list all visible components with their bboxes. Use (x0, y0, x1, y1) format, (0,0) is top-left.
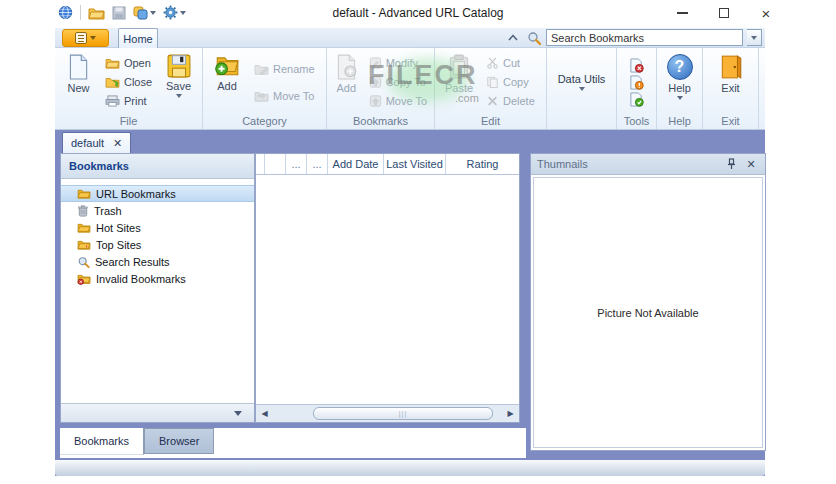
tree-item-label: Invalid Bookmarks (96, 273, 186, 285)
tool-warning-button[interactable] (629, 75, 644, 90)
ribbon: New Open Close Print (55, 48, 765, 130)
column-header-1[interactable] (265, 154, 286, 174)
column-header-2[interactable]: ... (286, 154, 307, 174)
collapse-ribbon-button[interactable] (504, 30, 521, 46)
save-dropdown-caret (176, 94, 182, 98)
group-label-bookmarks: Bookmarks (327, 114, 434, 129)
group-label-exit: Exit (703, 114, 758, 129)
page-red-badge-icon (629, 58, 644, 73)
tab-home[interactable]: Home (118, 28, 158, 48)
save-button[interactable]: Save (157, 50, 200, 114)
minimize-button[interactable] (674, 5, 690, 21)
tool-check-button[interactable] (629, 92, 644, 107)
tree-item-search-results[interactable]: Search Results (61, 253, 254, 270)
copy-to-bookmark-button[interactable]: Copy To (366, 73, 430, 92)
search-dropdown-button[interactable] (747, 29, 762, 46)
tree-item-hot-sites[interactable]: Hot Sites (61, 219, 254, 236)
ribbon-right-cluster (504, 29, 762, 46)
save-label: Save (166, 80, 191, 92)
paste-button[interactable]: Paste (437, 50, 481, 114)
thumbnail-preview: Picture Not Available (533, 177, 763, 448)
open-button[interactable]: Open (102, 54, 155, 73)
search-icon[interactable] (525, 30, 542, 46)
ribbon-group-edit: Paste Cut Copy Delete (435, 48, 547, 129)
group-label-data-utils (547, 114, 616, 129)
folder-icon (77, 188, 91, 199)
minimize-icon (677, 12, 688, 14)
copy-label: Copy (503, 76, 529, 88)
cut-label: Cut (503, 57, 520, 69)
data-utils-caret (579, 87, 585, 91)
open-folder-icon (105, 57, 120, 69)
modify-pencil-icon (369, 57, 382, 69)
modify-bookmark-button[interactable]: Modify (366, 54, 430, 73)
maximize-button[interactable] (716, 5, 732, 21)
print-button[interactable]: Print (102, 92, 155, 111)
tab-browser-label: Browser (159, 435, 199, 447)
thumbnails-header: Thumnails ✕ (531, 154, 765, 175)
document-tab-default[interactable]: default ✕ (62, 132, 131, 153)
tool-report-error-button[interactable] (629, 58, 644, 73)
app-window: default - Advanced URL Catalog × Home (0, 0, 836, 484)
column-header-add-date[interactable]: Add Date (328, 154, 384, 174)
close-label: Close (124, 76, 152, 88)
chevron-down-icon[interactable] (234, 411, 242, 416)
search-input[interactable] (546, 29, 743, 46)
tree-item-invalid-bookmarks[interactable]: Invalid Bookmarks (61, 270, 254, 287)
document-tab-close-icon[interactable]: ✕ (113, 138, 122, 149)
data-utils-label: Data Utils (558, 73, 606, 85)
column-header-rating[interactable]: Rating (446, 154, 519, 174)
tree-item-top-sites[interactable]: Top Sites (61, 236, 254, 253)
scrollbar-track[interactable]: ||| (271, 407, 504, 420)
column-header-3[interactable]: ... (307, 154, 328, 174)
folder-error-icon (77, 273, 91, 285)
copy-to-bookmark-label: Copy To (386, 76, 426, 88)
copy-button[interactable]: Copy (483, 73, 538, 92)
ribbon-tab-row: Home (55, 28, 765, 48)
pin-icon[interactable] (727, 158, 743, 170)
add-category-button[interactable]: Add (205, 50, 249, 114)
close-button[interactable]: × (758, 5, 774, 21)
delete-label: Delete (503, 95, 535, 107)
cut-button[interactable]: Cut (483, 54, 538, 73)
ribbon-group-exit: Exit Exit (703, 48, 759, 129)
tree-item-trash[interactable]: Trash (61, 202, 254, 219)
tree-item-label: URL Bookmarks (96, 188, 176, 200)
new-button[interactable]: New (57, 50, 100, 114)
add-bookmark-button[interactable]: Add (329, 50, 364, 114)
search-icon (77, 256, 90, 268)
scroll-left-icon[interactable]: ◀ (258, 409, 271, 418)
bookmarks-panel-title: Bookmarks (69, 160, 129, 172)
move-to-bookmark-button[interactable]: Move To (366, 92, 430, 111)
group-label-category: Category (203, 114, 326, 129)
ribbon-group-bookmarks: Add Modify Copy To Move To (327, 48, 435, 129)
tab-bookmarks[interactable]: Bookmarks (60, 428, 144, 455)
document-tab-label: default (71, 137, 104, 149)
column-header-last-visited[interactable]: Last Visited (384, 154, 446, 174)
add-page-icon (334, 54, 358, 80)
group-label-help: Help (657, 114, 702, 129)
table-header: ... ... Add Date Last Visited Rating (256, 154, 519, 175)
exit-button[interactable]: Exit (709, 50, 753, 114)
rename-category-button[interactable]: Rename (251, 59, 318, 78)
data-utils-button[interactable]: Data Utils (550, 73, 614, 91)
titlebar: default - Advanced URL Catalog × (0, 0, 836, 28)
thumbnails-title: Thumnails (537, 158, 727, 170)
scroll-right-icon[interactable]: ▶ (504, 409, 517, 418)
column-header-0[interactable] (256, 154, 265, 174)
scrollbar-thumb[interactable]: ||| (313, 407, 493, 420)
app-menu-button[interactable] (62, 29, 109, 47)
delete-button[interactable]: Delete (483, 92, 538, 111)
new-document-icon (66, 54, 90, 80)
panel-close-icon[interactable]: ✕ (743, 158, 759, 171)
tree-item-url-bookmarks[interactable]: URL Bookmarks (61, 185, 254, 202)
move-to-bookmark-label: Move To (386, 95, 427, 107)
tree-item-label: Top Sites (96, 239, 141, 251)
help-button[interactable]: ? Help (659, 50, 700, 114)
table-body (256, 175, 519, 404)
tab-browser[interactable]: Browser (144, 428, 214, 454)
move-to-category-button[interactable]: Move To (251, 86, 318, 105)
horizontal-scrollbar[interactable]: ◀ ||| ▶ (256, 404, 519, 422)
close-button-file[interactable]: Close (102, 73, 155, 92)
help-label: Help (668, 82, 691, 94)
